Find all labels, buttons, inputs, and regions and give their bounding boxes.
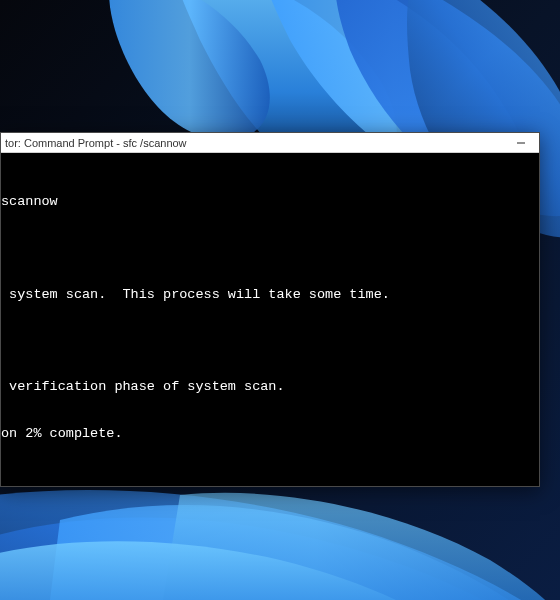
console-line: [1, 241, 539, 256]
minimize-button[interactable]: [503, 133, 539, 152]
console-line: system scan. This process will take some…: [1, 287, 539, 303]
window-title: tor: Command Prompt - sfc /scannow: [5, 137, 503, 149]
console-line: scannow: [1, 194, 539, 210]
console-output[interactable]: scannow system scan. This process will t…: [1, 153, 539, 486]
window-controls: [503, 133, 539, 152]
console-line: on 2% complete.: [1, 426, 539, 442]
minimize-icon: [516, 138, 526, 148]
console-line: [1, 333, 539, 348]
command-prompt-window[interactable]: tor: Command Prompt - sfc /scannow scann…: [0, 132, 540, 487]
console-line: verification phase of system scan.: [1, 379, 539, 395]
titlebar[interactable]: tor: Command Prompt - sfc /scannow: [1, 133, 539, 153]
